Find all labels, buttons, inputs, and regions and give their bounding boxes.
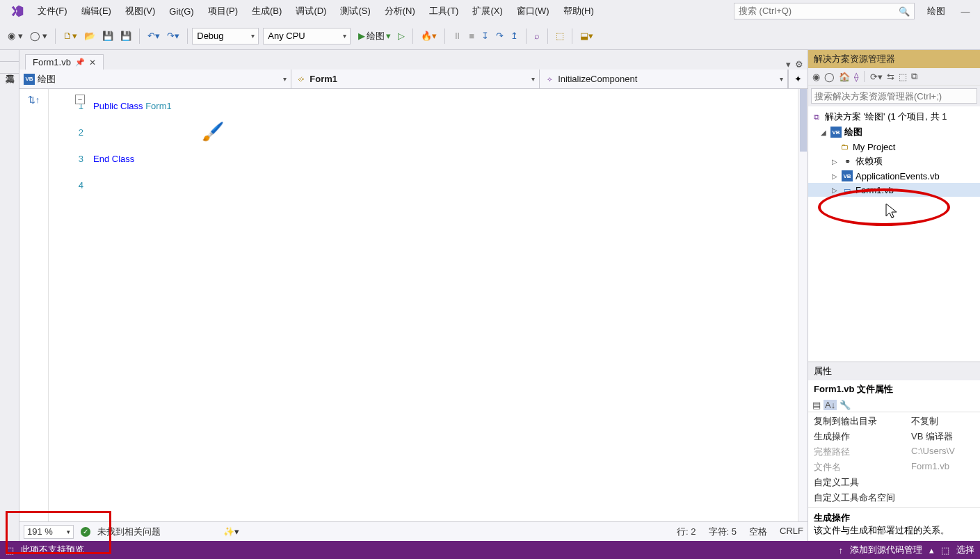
menu-test[interactable]: 测试(S) (333, 2, 377, 20)
nav-fwd-icon[interactable]: ◯ (824, 72, 835, 82)
collapse-icon[interactable]: ⇆ (887, 72, 894, 82)
prop-value[interactable]: VB 编译器 (911, 430, 974, 443)
scm-text[interactable]: 添加到源代码管理 (850, 544, 922, 556)
code-body: ⇅↑ 1 2 3 4 − Public Class Form1 End Clas… (19, 89, 808, 521)
sync-icon[interactable]: ⟳▾ (870, 72, 883, 82)
redo-button[interactable]: ↷▾ (163, 29, 183, 42)
start-nodebug-button[interactable]: ▷ (394, 29, 408, 42)
alphabetical-icon[interactable]: A↓ (824, 400, 837, 410)
config-dropdown[interactable]: Debug (192, 28, 259, 44)
left-tool-rail: 数据源 工具箱 (0, 50, 19, 541)
tab-form1[interactable]: Form1.vb 📌 ✕ (25, 54, 104, 70)
tree-dependencies[interactable]: ▷ ⚭ 依赖项 (808, 154, 980, 169)
main-toolbar: ◉ ▾ ◯ ▾ 🗋▾ 📂 💾 💾 ↶▾ ↷▾ Debug Any CPU ▶ 绘… (0, 22, 980, 50)
hot-reload-button[interactable]: 🔥▾ (417, 29, 440, 42)
menu-edit[interactable]: 编辑(E) (74, 2, 118, 20)
nav-forward-button[interactable]: ◯ ▾ (26, 29, 51, 42)
prop-row[interactable]: 复制到输出目录不复制 (814, 414, 974, 429)
menu-help[interactable]: 帮助(H) (556, 2, 601, 20)
code-editor[interactable]: − Public Class Form1 End Class 🖌️ (90, 89, 798, 521)
search-placeholder: 搜索 (Ctrl+Q) (739, 5, 792, 17)
nav-back-icon[interactable]: ◉ (812, 72, 820, 82)
expander-icon[interactable]: ◢ (819, 129, 828, 136)
window-minimize-button[interactable]: — (955, 6, 976, 17)
expander-icon[interactable]: ▷ (830, 158, 839, 165)
open-file-button[interactable]: 📂 (81, 29, 99, 42)
menu-extensions[interactable]: 扩展(X) (465, 2, 509, 20)
find-in-files-button[interactable]: ⌕ (531, 29, 543, 42)
menu-analyze[interactable]: 分析(N) (378, 2, 422, 20)
prop-row[interactable]: 自定义工具命名空间 (814, 490, 974, 505)
properties-grid: 复制到输出目录不复制 生成操作VB 编译器 完整路径C:\Users\V 文件名… (808, 412, 980, 507)
properties-icon[interactable]: ⧉ (911, 71, 917, 82)
prop-row: 完整路径C:\Users\V (814, 444, 974, 460)
prop-row[interactable]: 自定义工具 (814, 475, 974, 490)
fold-toggle-icon[interactable]: − (75, 95, 85, 104)
scm-add-icon[interactable]: ↑ (839, 545, 844, 556)
scm-dropdown-icon[interactable]: ▴ (929, 545, 934, 556)
pause-button[interactable]: ⏸ (449, 29, 465, 42)
menu-debug[interactable]: 调试(D) (289, 2, 333, 20)
nav-member-dropdown[interactable]: ⟡ InitializeComponent (540, 70, 788, 88)
nav-class-dropdown[interactable]: 🝰 Form1 (291, 70, 540, 88)
prop-value[interactable] (911, 492, 974, 504)
prop-help-title: 生成操作 (814, 512, 974, 524)
expander-icon[interactable]: ▷ (830, 172, 839, 180)
prop-row[interactable]: 生成操作VB 编译器 (814, 429, 974, 444)
global-search-input[interactable]: 搜索 (Ctrl+Q) 🔍 (734, 3, 915, 19)
solution-search-input[interactable] (811, 88, 977, 104)
step-over-button[interactable]: ↷ (492, 29, 507, 42)
undo-button[interactable]: ↶▾ (144, 29, 163, 42)
wrench-icon[interactable]: 🔧 (840, 400, 851, 410)
rail-toolbox[interactable]: 工具箱 (0, 62, 19, 74)
rail-data-sources[interactable]: 数据源 (0, 50, 19, 62)
new-project-button[interactable]: 🗋▾ (60, 29, 81, 42)
tab-label: Form1.vb (33, 57, 71, 67)
prop-value[interactable]: 不复制 (911, 415, 974, 428)
code-map-scrollbar[interactable] (798, 89, 808, 521)
tree-project[interactable]: ◢ VB 绘图 (808, 124, 980, 140)
menu-window[interactable]: 窗口(W) (510, 2, 556, 20)
menu-build[interactable]: 生成(B) (245, 2, 289, 20)
save-all-button[interactable]: 💾 (117, 29, 135, 42)
windows-layout-button[interactable]: ⬓▾ (577, 29, 597, 42)
view-code-icon[interactable]: ⟠ (854, 72, 858, 82)
vb-project-icon: VB (24, 74, 35, 85)
track-icon[interactable]: ⇅↑ (28, 95, 40, 105)
toolbar-separator (547, 29, 548, 44)
save-button[interactable]: 💾 (99, 29, 117, 42)
tree-form1[interactable]: ▷ ▭ Form1.vb (808, 183, 980, 197)
step-out-button[interactable]: ↥ (507, 29, 522, 42)
repo-icon[interactable]: ⬚ (941, 545, 949, 556)
pin-icon[interactable]: 📌 (75, 58, 85, 67)
menu-file[interactable]: 文件(F) (31, 2, 74, 20)
platform-dropdown[interactable]: Any CPU (263, 28, 351, 44)
toolbar-separator (572, 29, 572, 44)
prop-value[interactable] (911, 476, 974, 489)
show-all-icon[interactable]: ⬚ (899, 72, 907, 82)
nav-scope-dropdown[interactable]: VB 绘图 (19, 70, 291, 88)
close-icon[interactable]: ✕ (89, 58, 96, 67)
toolbar-separator (864, 71, 865, 82)
intellicode-icon[interactable]: ✨▾ (223, 526, 239, 537)
menu-project[interactable]: 项目(P) (201, 2, 245, 20)
tab-gear-icon[interactable]: ⚙ (795, 59, 803, 70)
categorized-icon[interactable]: ▤ (812, 400, 821, 410)
stop-button[interactable]: ■ (465, 29, 478, 42)
menu-view[interactable]: 视图(V) (118, 2, 162, 20)
tree-appevents[interactable]: ▷ VB ApplicationEvents.vb (808, 169, 980, 183)
menu-tools[interactable]: 工具(T) (422, 2, 466, 20)
start-debug-button[interactable]: ▶ 绘图 ▾ (355, 29, 394, 44)
live-share-button[interactable]: ⬚ (552, 29, 568, 42)
zoom-dropdown[interactable]: 191 % (24, 525, 74, 539)
nav-back-button[interactable]: ◉ ▾ (4, 29, 26, 42)
menu-git[interactable]: Git(G) (162, 3, 200, 19)
select-text[interactable]: 选择 (956, 544, 974, 556)
tree-myproject[interactable]: 🗀 My Project (808, 140, 980, 154)
tab-dropdown-icon[interactable]: ▾ (786, 59, 791, 70)
home-icon[interactable]: 🏠 (839, 72, 850, 82)
step-into-button[interactable]: ↧ (478, 29, 492, 42)
expander-icon[interactable]: ▷ (830, 186, 839, 194)
tree-solution-root[interactable]: ⧉ 解决方案 '绘图' (1 个项目, 共 1 (808, 109, 980, 124)
nav-split-button[interactable]: ✦ (788, 70, 808, 88)
